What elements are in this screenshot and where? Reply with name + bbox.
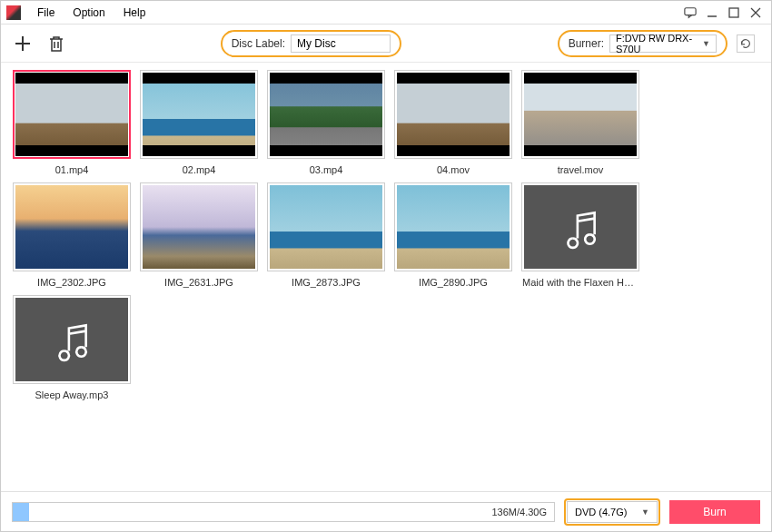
toolbar: Disc Label: Burner: F:DVD RW DRX-S70U ▼ bbox=[1, 25, 771, 63]
disc-type-select[interactable]: DVD (4.7G) ▼ bbox=[567, 501, 658, 523]
thumbnail-item[interactable]: IMG_2302.JPG bbox=[12, 182, 132, 288]
feedback-icon[interactable] bbox=[684, 6, 697, 19]
thumbnail-image bbox=[524, 73, 637, 156]
thumbnail-image bbox=[15, 185, 128, 269]
burner-value: F:DVD RW DRX-S70U bbox=[616, 33, 702, 54]
thumbnail-item[interactable]: IMG_2873.JPG bbox=[266, 182, 386, 288]
disc-type-value: DVD (4.7G) bbox=[575, 507, 627, 517]
disc-label-input[interactable] bbox=[291, 34, 391, 53]
maximize-icon[interactable] bbox=[727, 6, 740, 19]
add-button[interactable] bbox=[14, 34, 32, 53]
disc-label-group: Disc Label: bbox=[221, 30, 401, 57]
menu-help[interactable]: Help bbox=[114, 6, 155, 19]
music-icon bbox=[15, 298, 128, 381]
thumbnail-item[interactable]: 02.mp4 bbox=[139, 70, 259, 175]
disc-label-text: Disc Label: bbox=[232, 37, 285, 50]
thumbnail-frame bbox=[394, 182, 512, 271]
thumbnail-item[interactable]: IMG_2890.JPG bbox=[393, 182, 513, 288]
thumbnail-item[interactable]: travel.mov bbox=[520, 70, 640, 175]
thumbnail-image bbox=[143, 73, 255, 156]
burner-label-text: Burner: bbox=[569, 37, 604, 50]
capacity-fill bbox=[13, 503, 29, 521]
music-icon bbox=[524, 185, 637, 269]
thumbnail-image bbox=[270, 185, 382, 269]
thumbnail-item[interactable]: Maid with the Flaxen Hair.... bbox=[520, 182, 640, 288]
thumbnail-label: 03.mp4 bbox=[268, 164, 384, 175]
thumbnail-label: IMG_2631.JPG bbox=[141, 277, 257, 288]
menu-file[interactable]: File bbox=[28, 6, 64, 19]
thumbnail-image bbox=[143, 185, 255, 269]
thumbnail-frame bbox=[521, 70, 639, 159]
thumbnail-image bbox=[397, 185, 510, 269]
content-area: 01.mp402.mp403.mp404.movtravel.movIMG_23… bbox=[1, 63, 771, 491]
chevron-down-icon: ▼ bbox=[702, 39, 710, 48]
thumbnail-label: 01.mp4 bbox=[14, 164, 130, 175]
thumbnail-frame bbox=[13, 182, 131, 271]
thumbnail-label: IMG_2873.JPG bbox=[268, 277, 384, 288]
thumbnail-frame bbox=[267, 182, 385, 271]
thumbnail-frame bbox=[13, 295, 131, 384]
thumbnail-label: IMG_2302.JPG bbox=[14, 277, 130, 288]
thumbnail-image bbox=[397, 73, 510, 156]
burner-select[interactable]: F:DVD RW DRX-S70U ▼ bbox=[609, 34, 717, 53]
app-icon bbox=[6, 5, 21, 20]
footer: 136M/4.30G DVD (4.7G) ▼ Burn bbox=[1, 491, 771, 531]
thumbnail-frame bbox=[267, 70, 385, 159]
thumbnail-label: IMG_2890.JPG bbox=[395, 277, 511, 288]
thumbnail-label: 02.mp4 bbox=[141, 164, 257, 175]
thumbnail-item[interactable]: 01.mp4 bbox=[12, 70, 132, 175]
close-icon[interactable] bbox=[749, 6, 762, 19]
thumbnail-frame bbox=[394, 70, 512, 159]
thumbnail-item[interactable]: 03.mp4 bbox=[266, 70, 386, 175]
minimize-icon[interactable] bbox=[706, 6, 718, 19]
thumbnail-label: travel.mov bbox=[522, 164, 638, 175]
menubar: File Option Help bbox=[1, 1, 771, 25]
thumbnail-image bbox=[270, 73, 382, 156]
thumbnail-item[interactable]: Sleep Away.mp3 bbox=[12, 295, 132, 400]
thumbnail-item[interactable]: IMG_2631.JPG bbox=[139, 182, 259, 288]
svg-rect-2 bbox=[729, 8, 738, 17]
disc-type-highlight: DVD (4.7G) ▼ bbox=[564, 498, 660, 526]
burner-group: Burner: F:DVD RW DRX-S70U ▼ bbox=[558, 30, 727, 57]
thumbnail-frame bbox=[140, 182, 258, 271]
thumbnail-image bbox=[15, 73, 128, 156]
thumbnail-grid: 01.mp402.mp403.mp404.movtravel.movIMG_23… bbox=[12, 70, 760, 400]
thumbnail-frame bbox=[13, 70, 131, 159]
capacity-bar: 136M/4.30G bbox=[12, 502, 555, 522]
burn-button[interactable]: Burn bbox=[669, 500, 760, 524]
svg-rect-0 bbox=[685, 7, 696, 15]
chevron-down-icon: ▼ bbox=[641, 507, 649, 517]
refresh-button[interactable] bbox=[737, 34, 755, 53]
thumbnail-frame bbox=[521, 182, 639, 271]
thumbnail-label: Sleep Away.mp3 bbox=[14, 389, 130, 400]
capacity-text: 136M/4.30G bbox=[491, 507, 554, 517]
thumbnail-label: 04.mov bbox=[395, 164, 511, 175]
thumbnail-item[interactable]: 04.mov bbox=[393, 70, 513, 175]
delete-button[interactable] bbox=[48, 34, 64, 53]
menu-option[interactable]: Option bbox=[64, 6, 114, 19]
thumbnail-label: Maid with the Flaxen Hair.... bbox=[522, 277, 638, 288]
thumbnail-frame bbox=[140, 70, 258, 159]
